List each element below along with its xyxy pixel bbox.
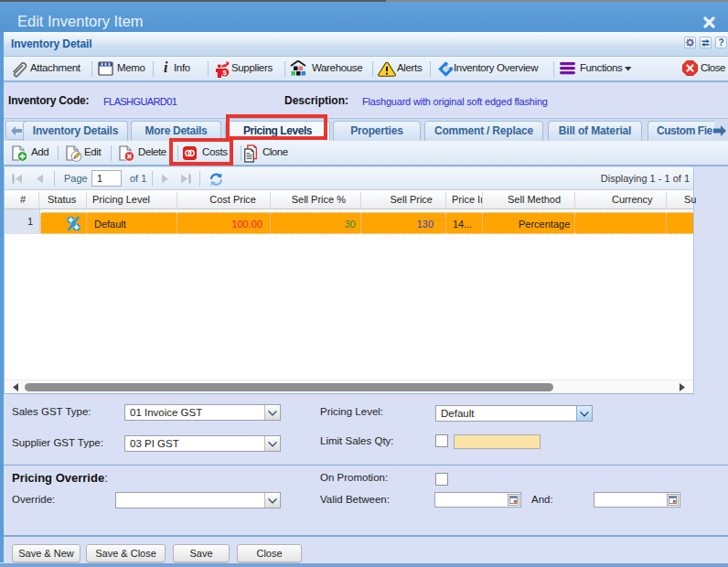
svg-text:$: $: [223, 69, 228, 77]
